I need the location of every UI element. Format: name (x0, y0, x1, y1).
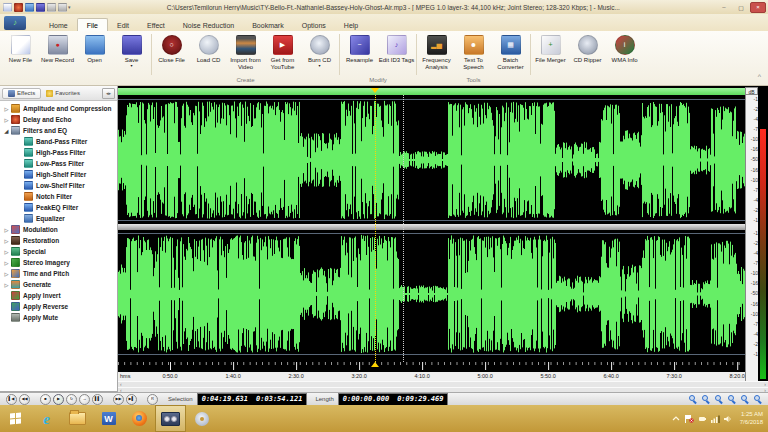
open-icon[interactable] (25, 3, 34, 12)
effects-tree-item-band-pass-filter[interactable]: Band-Pass Filter (0, 136, 117, 147)
stop-button[interactable]: ■ (40, 394, 51, 405)
record-icon[interactable] (14, 3, 23, 12)
taskbar-app-explorer[interactable] (62, 405, 93, 432)
tab-effect[interactable]: Effect (138, 19, 174, 31)
taskbar-app-ie[interactable]: e (31, 405, 62, 432)
expand-icon[interactable]: ▷ (2, 227, 11, 233)
effects-tree-item-special[interactable]: ▷Special (0, 246, 117, 257)
record-button[interactable]: R (147, 394, 158, 405)
open-button[interactable]: Open (76, 32, 113, 76)
effects-tree-item-high-shelf-filter[interactable]: High-Shelf Filter (0, 169, 117, 180)
rewind-button[interactable]: ◀◀ (19, 394, 30, 405)
effects-tree-item-time-and-pitch[interactable]: ▷Time and Pitch (0, 268, 117, 279)
effects-tree-item-filters-and-eq[interactable]: ◢Filters and EQ (0, 125, 117, 136)
tab-options[interactable]: Options (293, 19, 335, 31)
cd-ripper-button[interactable]: CD Ripper (569, 32, 606, 76)
get-from-youtube-button[interactable]: ▶Get from YouTube (264, 32, 301, 76)
tab-noise-reduction[interactable]: Noise Reduction (174, 19, 243, 31)
tab-bookmark[interactable]: Bookmark (243, 19, 293, 31)
loop-button[interactable]: ↻ (66, 394, 77, 405)
play-button[interactable]: ▶ (53, 394, 64, 405)
go-to-start-button[interactable]: ▌◀ (6, 394, 17, 405)
pause-button[interactable]: ▌▌ (92, 394, 103, 405)
waveform-panel[interactable]: dB -1-2-4-7-10-16-50-16-10-7-4-2-1 -1-2-… (118, 86, 768, 392)
action-center-icon[interactable] (684, 414, 694, 424)
start-button[interactable] (0, 405, 31, 432)
collapse-icon[interactable]: ◢ (2, 128, 11, 134)
taskbar-app-firefox[interactable] (124, 405, 155, 432)
effects-tree-item-modulation[interactable]: ▷Modulation (0, 224, 117, 235)
zoom-out-button[interactable] (701, 394, 712, 405)
undo-icon[interactable] (47, 3, 56, 12)
volume-icon[interactable] (723, 414, 733, 424)
effects-tree-item-stereo-imagery[interactable]: ▷Stereo Imagery (0, 257, 117, 268)
taskbar-app-word[interactable]: W (93, 405, 124, 432)
effects-tree-item-notch-filter[interactable]: Notch Filter (0, 191, 117, 202)
zoom-in-button[interactable] (688, 394, 699, 405)
play-selection-button[interactable]: → (79, 394, 90, 405)
effects-tree-item-high-pass-filter[interactable]: High-Pass Filter (0, 147, 117, 158)
expand-icon[interactable]: ▷ (2, 249, 11, 255)
load-cd-button[interactable]: Load CD (190, 32, 227, 76)
edit-id3-tags-button[interactable]: ♪Edit ID3 Tags (378, 32, 415, 76)
batch-converter-button[interactable]: ▦Batch Converter (492, 32, 529, 76)
go-to-end-button[interactable]: ▶▌ (126, 394, 137, 405)
effects-tree-item-low-shelf-filter[interactable]: Low-Shelf Filter (0, 180, 117, 191)
playhead-marker-top[interactable] (371, 88, 379, 93)
close-file-button[interactable]: ○Close File (153, 32, 190, 76)
overview-bar[interactable] (118, 88, 745, 95)
expand-icon[interactable]: ▷ (2, 260, 11, 266)
playhead-marker-bottom[interactable] (371, 362, 379, 367)
sidebar-tab-favorites[interactable]: Favorites (41, 89, 85, 98)
zoom-vertical-out-button[interactable] (753, 394, 764, 405)
power-icon[interactable] (697, 414, 707, 424)
sidebar-tab-effects[interactable]: Effects (2, 88, 41, 99)
effects-tree-item-apply-mute[interactable]: Apply Mute (0, 312, 117, 323)
collapse-ribbon-icon[interactable]: ^ (758, 73, 761, 80)
network-icon[interactable] (710, 414, 720, 424)
tab-home[interactable]: Home (40, 19, 77, 31)
tab-help[interactable]: Help (335, 19, 367, 31)
expand-icon[interactable]: ▷ (2, 282, 11, 288)
show-hidden-icon[interactable] (671, 414, 681, 424)
text-to-speech-button[interactable]: ☻Text To Speech (455, 32, 492, 76)
timeline-ruler[interactable] (118, 362, 745, 372)
expand-icon[interactable]: ▷ (2, 238, 11, 244)
taskbar-app-audio-editor[interactable] (155, 405, 186, 432)
wma-info-button[interactable]: iWMA Info (606, 32, 643, 76)
taskbar-app-cd[interactable] (186, 405, 217, 432)
effects-tree-item-low-pass-filter[interactable]: Low-Pass Filter (0, 158, 117, 169)
expand-icon[interactable]: ▷ (2, 117, 11, 123)
tab-edit[interactable]: Edit (108, 19, 138, 31)
sidebar-collapse-button[interactable]: ◂▸ (102, 88, 115, 99)
effects-tree-item-delay-and-echo[interactable]: ▷Delay and Echo (0, 114, 117, 125)
effects-tree-item-restoration[interactable]: ▷Restoration (0, 235, 117, 246)
fast-forward-button[interactable]: ▶▶ (113, 394, 124, 405)
redo-icon[interactable] (58, 3, 67, 12)
resample-button[interactable]: ~Resample (341, 32, 378, 76)
waveform-left-channel[interactable] (118, 96, 745, 224)
new-file-icon[interactable] (3, 3, 12, 12)
effects-tree-item-apply-invert[interactable]: Apply Invert (0, 290, 117, 301)
close-button[interactable]: × (750, 2, 766, 13)
effects-tree-item-equalizer[interactable]: Equalizer (0, 213, 117, 224)
taskbar-clock[interactable]: 1:25 AM 7/6/2018 (740, 411, 763, 427)
expand-icon[interactable]: ▷ (2, 271, 11, 277)
waveform-right-channel[interactable] (118, 230, 745, 358)
burn-cd-button[interactable]: Burn CD▾ (301, 32, 338, 76)
zoom-vertical-in-button[interactable] (740, 394, 751, 405)
app-menu-button[interactable]: ♪ (4, 16, 26, 30)
effects-tree-item-apply-reverse[interactable]: Apply Reverse (0, 301, 117, 312)
expand-icon[interactable]: ▷ (2, 106, 11, 112)
import-from-video-button[interactable]: Import from Video (227, 32, 264, 76)
new-file-button[interactable]: New File (2, 32, 39, 76)
effects-tree-item-peakeq-filter[interactable]: PeakEQ Filter (0, 202, 117, 213)
effects-tree-item-generate[interactable]: ▷Generate (0, 279, 117, 290)
save-icon[interactable] (36, 3, 45, 12)
new-record-button[interactable]: ●New Record (39, 32, 76, 76)
effects-tree-item-amplitude-and-compression[interactable]: ▷Amplitude and Compression (0, 103, 117, 114)
file-merger-button[interactable]: +File Merger (532, 32, 569, 76)
frequency-analysis-button[interactable]: ▂▅Frequency Analysis (418, 32, 455, 76)
zoom-all-button[interactable] (727, 394, 738, 405)
save-button[interactable]: Save▾ (113, 32, 150, 76)
